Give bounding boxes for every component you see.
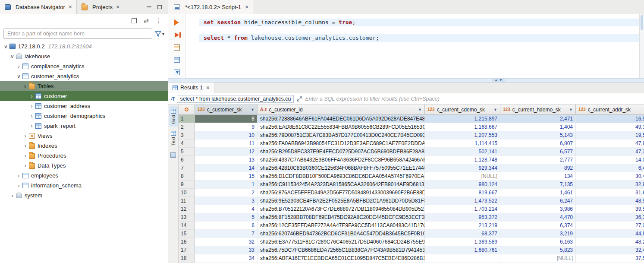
close-icon[interactable]: × (245, 3, 248, 10)
grid-cell[interactable]: 1,461 (500, 189, 576, 197)
table-row[interactable]: 613sha256:4337C7AB6432E3B06FF4A3636FD2F8… (179, 156, 644, 164)
row-number[interactable]: 9 (179, 181, 195, 189)
row-number[interactable]: 11 (179, 197, 195, 205)
row-number[interactable]: 15 (179, 230, 195, 238)
row-number[interactable]: 13 (179, 213, 195, 222)
expand-arrow-icon[interactable]: › (16, 173, 22, 179)
table-row[interactable]: 124sha256:B705122120A673FC7DE6889727DB11… (179, 205, 644, 213)
grid-cell[interactable]: 39,55 (576, 205, 644, 213)
grid-cell[interactable]: 1,404 (500, 123, 576, 131)
grid-cell[interactable]: 4,470 (500, 213, 576, 222)
filter-expression-placeholder[interactable]: Enter a SQL expression to filter results… (305, 96, 439, 102)
column-header-c-customer-sk[interactable]: 123c_customer_sk▼ (195, 105, 258, 114)
tree-item-compliance-analytics[interactable]: ›compliance_analytics (0, 61, 168, 71)
tree-item-procedures[interactable]: ›Procedures (0, 151, 168, 161)
grid-cell[interactable]: 32 (195, 238, 258, 246)
grid-cell[interactable]: sha256:42810C83B0360CE125634F068BAF8FF75… (258, 164, 425, 172)
grid-cell[interactable]: sha256:75DC7FCB6686EDA72565C1B838CA7FC43… (258, 246, 425, 254)
collapse-all-icon[interactable] (132, 18, 137, 23)
grid-cell[interactable]: sha256:8F1528BB708DF69EB475DC92A8C20EC44… (258, 213, 425, 222)
grid-cell[interactable]: 134 (500, 172, 576, 181)
tree-item-tables[interactable]: ∨Tables (0, 81, 168, 91)
grid-cell[interactable]: 7,135 (500, 181, 576, 189)
table-row[interactable]: 18sha256:72888646ABF61FA044EDEC061D6DA5A… (179, 115, 644, 123)
row-number[interactable]: 4 (179, 139, 195, 148)
grid-cell[interactable]: 10 (195, 131, 258, 139)
grid-cell[interactable]: [NULL] (500, 254, 576, 263)
grid-cell[interactable]: 11 (195, 139, 258, 148)
grid-cell[interactable]: 31,65 (576, 189, 644, 197)
object-filter-input[interactable] (3, 29, 152, 39)
table-row[interactable]: 411sha256:FA0ABB6943B98054FC31D12D3E3AEC… (179, 139, 644, 148)
collapse-arrow-icon[interactable]: ∨ (9, 54, 16, 60)
tree-item-employees[interactable]: ›employees (0, 171, 168, 181)
tree-item-customer-analytics[interactable]: ∨customer_analytics (0, 71, 168, 81)
grid-cell[interactable]: sha256:79D08751C3EA7C83BA57D177E00413D0C… (258, 131, 425, 139)
table-row[interactable]: 1733sha256:75DC7FCB6686EDA72565C1B838CA7… (179, 246, 644, 254)
grid-cell[interactable]: 2,777 (500, 156, 576, 164)
grid-cell[interactable]: 7 (195, 230, 258, 238)
row-number[interactable]: 8 (179, 172, 195, 181)
row-number[interactable]: 1 (179, 115, 195, 123)
grid-cell[interactable]: sha256:4337C7AB6432E3B06FF4A3636FD2F8CC8… (258, 156, 425, 164)
grid-cell[interactable]: sha256:620746BED947362BCD6CF31B0A4C547DD… (258, 230, 425, 238)
grid-cell[interactable]: 4 (195, 205, 258, 213)
grid-cell[interactable]: 47,99 (576, 139, 644, 148)
tree-item-lakehouse[interactable]: ∨lakehouse (0, 51, 168, 61)
table-row[interactable]: 1632sha256:E3A77511F81C7289C76C4065217D5… (179, 238, 644, 246)
grid-cell[interactable]: sha256:C9115342454A2323DA815865CAA326064… (258, 181, 425, 189)
grid-cell[interactable]: 14 (195, 164, 258, 172)
grid-cell[interactable]: 6 (195, 222, 258, 230)
table-row[interactable]: 135sha256:8F1528BB708DF69EB475DC92A8C20E… (179, 213, 644, 222)
row-number[interactable]: 16 (179, 238, 195, 246)
tree-item-172-18-0-2[interactable]: ∨172.18.0.2172.18.0.2:31604 (0, 41, 168, 51)
grid-cell[interactable]: 1 (195, 181, 258, 189)
code-line[interactable]: set session hide_inaccessible_columns = … (199, 19, 639, 26)
editor-results-splitter[interactable]: ▲ ▼ (168, 78, 644, 82)
grid-cell[interactable]: 1,369,589 (425, 238, 500, 246)
results-tab[interactable]: Results 1 × (168, 82, 214, 93)
expand-arrow-icon[interactable]: › (16, 183, 22, 189)
grid-cell[interactable]: 1,680,761 (425, 246, 500, 254)
close-icon[interactable]: × (116, 3, 119, 10)
grid-cell[interactable]: 32,43 (576, 246, 644, 254)
grid-cell[interactable]: 32,94 (576, 181, 644, 189)
tree-item-data-types[interactable]: ›Data Types (0, 161, 168, 171)
row-number[interactable]: 7 (179, 164, 195, 172)
code-line[interactable] (199, 26, 639, 34)
collapse-arrow-icon[interactable]: ∨ (22, 83, 28, 89)
tree-item-customer-demographics[interactable]: ›customer_demographics (0, 111, 168, 121)
grid-cell[interactable]: 14,00 (576, 156, 644, 164)
grid-cell[interactable]: 980,124 (425, 181, 500, 189)
grid-cell[interactable]: 12 (195, 148, 258, 156)
close-icon[interactable]: × (206, 84, 210, 91)
grid-cell[interactable]: 48,57 (576, 197, 644, 205)
grid-cell[interactable]: 37,50 (576, 254, 644, 263)
close-icon[interactable]: × (69, 3, 72, 10)
load-script-icon[interactable] (173, 56, 181, 64)
grid-cell[interactable]: sha256:D1CDF8DBB10F500EA9693C86DE6DEAA05… (258, 172, 425, 181)
row-number[interactable]: 12 (179, 205, 195, 213)
grid-cell[interactable]: 1,114,415 (425, 139, 500, 148)
row-number[interactable]: 2 (179, 123, 195, 131)
editor-scrollbar[interactable] (639, 14, 644, 78)
tree-item-indexes[interactable]: ›Indexes (0, 141, 168, 151)
grid-cell[interactable]: 6,44 (576, 164, 644, 172)
grid-cell[interactable]: 6,577 (500, 148, 576, 156)
grid-corner-cell[interactable] (179, 105, 195, 114)
grid-cell[interactable]: 19,58 (576, 131, 644, 139)
expand-arrow-icon[interactable]: › (28, 103, 35, 109)
table-row[interactable]: 29sha256:EAD8E61C8C22E555834FBBA9B60556C… (179, 123, 644, 131)
grid-cell[interactable]: 47,36 (576, 148, 644, 156)
grid-cell[interactable]: 5,823 (500, 246, 576, 254)
grid-cell[interactable]: 44,81 (576, 230, 644, 238)
column-header-c-current-hdemo-sk[interactable]: 123c_current_hdemo_sk▼ (500, 105, 576, 114)
table-row[interactable]: 310sha256:79D08751C3EA7C83BA57D177E00413… (179, 131, 644, 139)
grid-cell[interactable]: 49,38 (576, 123, 644, 131)
execute-script-icon[interactable] (173, 31, 181, 39)
presentation-tab-grid[interactable]: Grid (169, 106, 178, 127)
grid-cell[interactable]: 1,703,214 (425, 205, 500, 213)
tree-item-system[interactable]: ›system (0, 190, 168, 200)
grid-cell[interactable]: sha256:12CE35EFDABF272A4A47E9FA9CC5D4113… (258, 222, 425, 230)
row-number[interactable]: 10 (179, 189, 195, 197)
